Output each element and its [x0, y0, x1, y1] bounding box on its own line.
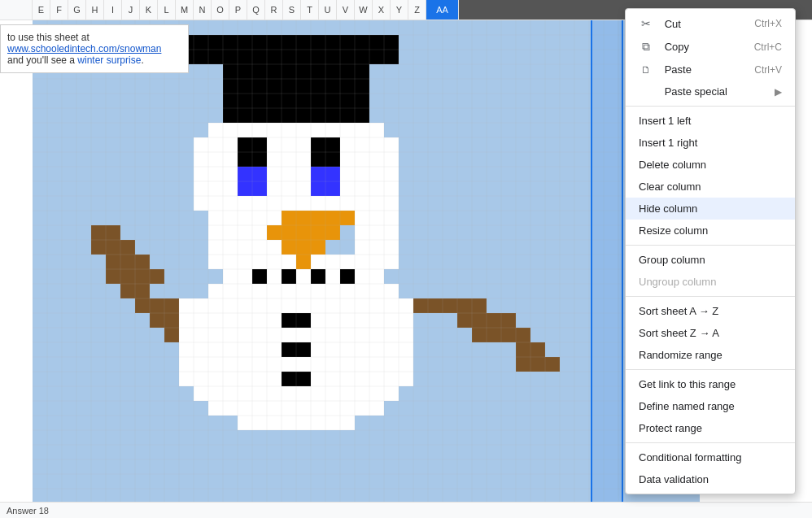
menu-define-range-label: Define named range — [639, 400, 735, 412]
menu-divider-2 — [626, 245, 795, 246]
col-header-o[interactable]: O — [212, 0, 229, 20]
menu-group-col-label: Group column — [639, 254, 705, 266]
menu-copy-label: Copy — [665, 41, 689, 53]
menu-item-define-named-range[interactable]: Define named range — [626, 395, 795, 417]
col-header-k[interactable]: K — [140, 0, 158, 20]
row-number-header — [0, 0, 33, 20]
menu-hide-col-label: Hide column — [639, 202, 697, 215]
menu-insert-left-label: Insert 1 left — [639, 115, 691, 127]
col-header-s[interactable]: S — [283, 0, 301, 20]
menu-cut-shortcut: Ctrl+X — [754, 18, 782, 29]
context-menu: ✂ Cut Ctrl+X ⧉ Copy Ctrl+C 🗋 Paste Ctrl+… — [625, 8, 796, 494]
menu-item-sort-az[interactable]: Sort sheet A → Z — [626, 300, 795, 322]
menu-get-link-label: Get link to this range — [639, 378, 736, 390]
menu-item-copy[interactable]: ⧉ Copy Ctrl+C — [626, 35, 795, 59]
menu-paste-shortcut: Ctrl+V — [754, 64, 782, 76]
paste-icon: 🗋 — [639, 64, 653, 76]
menu-protect-range-label: Protect range — [639, 422, 702, 434]
col-header-i[interactable]: I — [104, 0, 122, 20]
menu-conditional-label: Conditional formatting — [639, 451, 741, 464]
menu-item-data-validation[interactable]: Data validation — [626, 468, 795, 490]
menu-divider-4 — [626, 369, 795, 370]
col-header-n[interactable]: N — [194, 0, 212, 20]
cut-icon: ✂ — [639, 17, 653, 30]
menu-item-cut[interactable]: ✂ Cut Ctrl+X — [626, 12, 795, 35]
sheet-link[interactable]: www.schooledintech.com/snowman — [7, 43, 161, 54]
menu-delete-col-label: Delete column — [639, 159, 706, 171]
col-header-y[interactable]: Y — [391, 0, 408, 20]
col-header-q[interactable]: Q — [247, 0, 265, 20]
menu-divider-5 — [626, 442, 795, 443]
menu-item-paste-special[interactable]: Paste special ▶ — [626, 81, 795, 102]
text-highlight: winter surprise — [77, 54, 141, 66]
menu-item-ungroup-column: Ungroup column — [626, 271, 795, 293]
copy-icon: ⧉ — [639, 40, 653, 54]
col-header-v[interactable]: V — [337, 0, 355, 20]
menu-item-group-column[interactable]: Group column — [626, 249, 795, 271]
col-header-p[interactable]: P — [229, 0, 247, 20]
menu-item-conditional-formatting[interactable]: Conditional formatting — [626, 446, 795, 468]
menu-item-delete-column[interactable]: Delete column — [626, 154, 795, 176]
text-line2-before: and you'll see a — [7, 54, 77, 66]
col-header-l[interactable]: L — [158, 0, 176, 20]
menu-item-randomize-range[interactable]: Randomize range — [626, 344, 795, 366]
menu-clear-col-label: Clear column — [639, 181, 701, 193]
text-line1: to use this sheet at — [7, 32, 89, 43]
menu-item-get-link[interactable]: Get link to this range — [626, 373, 795, 395]
menu-divider-1 — [626, 106, 795, 107]
col-header-x[interactable]: X — [373, 0, 391, 20]
menu-cut-label: Cut — [665, 18, 681, 30]
menu-sort-az-label: Sort sheet A → Z — [639, 305, 718, 317]
bottom-bar: Answer 18 — [0, 502, 812, 518]
menu-sort-za-label: Sort sheet Z → A — [639, 327, 719, 339]
menu-data-validation-label: Data validation — [639, 473, 709, 485]
col-header-e[interactable]: E — [33, 0, 50, 20]
col-header-t[interactable]: T — [301, 0, 319, 20]
menu-resize-col-label: Resize column — [639, 224, 708, 237]
menu-copy-shortcut: Ctrl+C — [754, 41, 782, 53]
menu-randomize-label: Randomize range — [639, 349, 723, 361]
menu-insert-right-label: Insert 1 right — [639, 137, 697, 149]
menu-paste-special-label: Paste special — [665, 85, 727, 98]
col-header-z[interactable]: Z — [408, 0, 426, 20]
menu-divider-3 — [626, 296, 795, 297]
col-header-r[interactable]: R — [265, 0, 283, 20]
text-line2-end: . — [141, 54, 143, 66]
menu-item-protect-range[interactable]: Protect range — [626, 417, 795, 439]
col-header-u[interactable]: U — [319, 0, 337, 20]
menu-item-sort-za[interactable]: Sort sheet Z → A — [626, 322, 795, 344]
menu-item-paste[interactable]: 🗋 Paste Ctrl+V — [626, 59, 795, 81]
answer-label: Answer 18 — [7, 506, 49, 516]
col-header-j[interactable]: J — [122, 0, 140, 20]
col-header-aa[interactable]: AA — [426, 0, 459, 20]
menu-item-insert-right[interactable]: Insert 1 right — [626, 132, 795, 154]
menu-item-resize-column[interactable]: Resize column — [626, 220, 795, 242]
col-aa-highlight — [591, 20, 623, 502]
col-header-m[interactable]: M — [176, 0, 194, 20]
menu-paste-label: Paste — [665, 63, 692, 76]
menu-item-hide-column[interactable]: Hide column — [626, 198, 795, 220]
menu-ungroup-col-label: Ungroup column — [639, 276, 716, 288]
col-header-g[interactable]: G — [68, 0, 86, 20]
menu-item-clear-column[interactable]: Clear column — [626, 176, 795, 198]
paste-special-arrow: ▶ — [775, 86, 782, 98]
col-header-h[interactable]: H — [86, 0, 104, 20]
menu-item-insert-left[interactable]: Insert 1 left — [626, 110, 795, 132]
col-header-f[interactable]: F — [50, 0, 68, 20]
info-text-box: to use this sheet at www.schooledintech.… — [0, 24, 189, 73]
col-header-w[interactable]: W — [355, 0, 373, 20]
